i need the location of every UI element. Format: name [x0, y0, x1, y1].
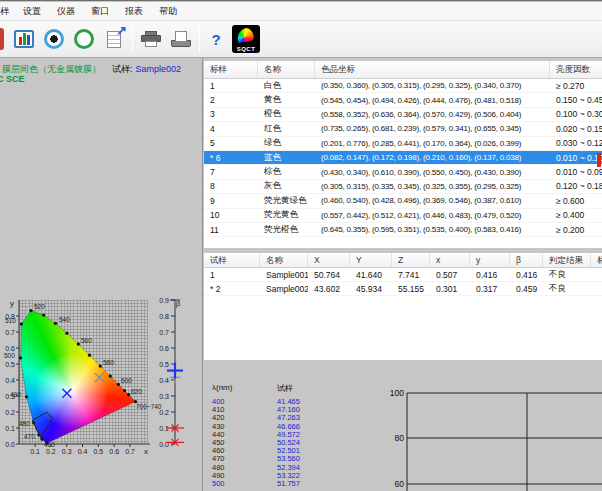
cell: (0.430, 0.340), (0.610, 0.390), (0.550, … [315, 168, 550, 177]
column-header-1[interactable]: 名称 [260, 253, 308, 267]
standards-row-2[interactable]: 2黄色(0.545, 0.454), (0.494, 0.426), (0.44… [204, 93, 602, 107]
selected-row-edge-indicator [597, 153, 601, 167]
print-button[interactable] [138, 25, 164, 53]
cell: ≥ 0.600 [550, 196, 602, 206]
standards-row-6[interactable]: * 6蓝色(0.082, 0.147), (0.172, 0.198), (0.… [204, 151, 602, 165]
svg-text:0.7: 0.7 [159, 329, 169, 336]
cell: * 6 [204, 153, 258, 163]
cell: (0.350, 0.360), (0.305, 0.315), (0.295, … [315, 81, 550, 90]
column-header-1[interactable]: 名称 [258, 61, 315, 78]
cell: (0.460, 0.540), (0.428, 0.496), (0.369, … [315, 196, 550, 205]
svg-text:0.2: 0.2 [46, 448, 56, 455]
svg-text:0.7: 0.7 [125, 448, 135, 455]
svg-text:60: 60 [395, 479, 405, 489]
cell: 绿色 [258, 137, 315, 149]
cell: ≥ 0.400 [550, 210, 602, 220]
svg-text:0.6: 0.6 [5, 345, 15, 352]
application-window: 样设置仪器窗口报表帮助 ↗ ? SQC [0, 0, 602, 491]
cell: * 2 [204, 284, 260, 294]
cell: ≥ 0.200 [550, 225, 602, 235]
menu-item-window[interactable]: 窗口 [83, 3, 117, 20]
report-button[interactable]: ↗ [101, 25, 127, 53]
toolbar-separator [132, 26, 133, 52]
svg-text:0.8: 0.8 [159, 313, 169, 320]
svg-text:490: 490 [10, 391, 21, 398]
standard-measure-button[interactable] [41, 25, 67, 53]
standards-row-7[interactable]: 7棕色(0.430, 0.340), (0.610, 0.390), (0.55… [204, 165, 602, 179]
cell: (0.201, 0.776), (0.285, 0.441), (0.170, … [315, 139, 550, 148]
cell: 5 [204, 138, 258, 148]
column-header-8[interactable]: 判定结果 [543, 253, 591, 267]
cell: 白色 [258, 80, 315, 92]
cell: 灰色 [258, 180, 315, 192]
cell: 0.020 ~ 0.150 [550, 124, 602, 134]
column-header-7[interactable]: β [510, 253, 543, 267]
menu-item-settings[interactable]: 设置 [15, 3, 49, 20]
standards-row-10[interactable]: 10荧光黄色(0.557, 0.442), (0.512, 0.421), (0… [204, 209, 602, 223]
column-header-5[interactable]: x [430, 253, 470, 267]
svg-text:0.4: 0.4 [78, 448, 88, 455]
printer-icon [141, 31, 161, 48]
help-button[interactable]: ? [205, 25, 227, 53]
cell: 0.010 ~ 0.090 [550, 167, 602, 177]
measurement-info: 膜层间色（无金属镀膜）试样:Sample002 [2, 63, 181, 76]
standards-row-9[interactable]: 9荧光黄绿色(0.460, 0.540), (0.428, 0.496), (0… [204, 194, 602, 208]
samples-row-2[interactable]: * 2Sample00243.60245.93455.1550.3010.317… [204, 282, 602, 296]
column-header-0[interactable]: 标样 [204, 61, 258, 78]
target-circle-icon [44, 29, 64, 49]
cell: 9 [204, 196, 258, 206]
cell: 43.602 [308, 284, 350, 294]
samples-table-header: 试样名称XYZxyβ判定结果标样 [204, 253, 602, 268]
svg-text:0.0: 0.0 [159, 441, 169, 448]
svg-text:510: 510 [5, 317, 16, 324]
sample-measure-button[interactable] [71, 25, 97, 53]
standards-row-3[interactable]: 3橙色(0.558, 0.352), (0.636, 0.364), (0.57… [204, 108, 602, 122]
sqct-logo-button[interactable]: SQCT [231, 24, 261, 54]
svg-text:β: β [176, 299, 181, 308]
cell: 11 [204, 225, 258, 235]
cell: 45.934 [350, 284, 392, 294]
cell: 7 [204, 167, 258, 177]
standards-row-1[interactable]: 1白色(0.350, 0.360), (0.305, 0.315), (0.29… [204, 79, 602, 93]
standards-row-8[interactable]: 8灰色(0.305, 0.315), (0.335, 0.345), (0.32… [204, 180, 602, 194]
menu-item-clipped[interactable]: 样 [0, 3, 15, 20]
column-header-0[interactable]: 试样 [204, 253, 260, 267]
svg-text:0.5: 0.5 [159, 361, 169, 368]
report-document-icon: ↗ [107, 31, 121, 48]
column-header-2[interactable]: 色品坐标 [315, 61, 550, 78]
standards-table: 标样名称色品坐标亮度因数1白色(0.350, 0.360), (0.305, 0… [204, 61, 602, 248]
cell: (0.645, 0.355), (0.595, 0.351), (0.535, … [315, 225, 550, 234]
column-header-3[interactable]: Y [350, 253, 392, 267]
menu-item-instrument[interactable]: 仪器 [49, 3, 83, 20]
chart-view-button[interactable] [11, 25, 37, 53]
column-header-9[interactable]: 标样 [591, 253, 602, 267]
cell: (0.557, 0.442), (0.512, 0.421), (0.446, … [315, 211, 550, 220]
cell: 荧光橙色 [258, 224, 315, 236]
samples-row-1[interactable]: 1Sample00150.76441.6407.7410.5070.4160.4… [204, 268, 602, 282]
print-out-button[interactable] [168, 25, 194, 53]
svg-text:0.6: 0.6 [109, 448, 119, 455]
cell: 3 [204, 109, 258, 119]
svg-text:0.3: 0.3 [62, 448, 72, 455]
menu-item-help[interactable]: 帮助 [151, 3, 185, 20]
cell: (0.545, 0.454), (0.494, 0.426), (0.444, … [315, 96, 550, 105]
spectral-sample-header: 试样 [277, 383, 293, 394]
standards-row-5[interactable]: 5绿色(0.201, 0.776), (0.285, 0.441), (0.17… [204, 137, 602, 151]
menu-bar: 样设置仪器窗口报表帮助 [0, 2, 602, 21]
clipped-toolbar-icon[interactable] [0, 28, 4, 50]
column-header-4[interactable]: Z [392, 253, 430, 267]
svg-text:520: 520 [34, 303, 45, 310]
standards-row-4[interactable]: 4红色(0.735, 0.265), (0.681, 0.239), (0.57… [204, 122, 602, 136]
sample-name: Sample002 [136, 64, 182, 74]
svg-text:0.7: 0.7 [5, 329, 15, 336]
column-header-6[interactable]: y [470, 253, 510, 267]
svg-text:0.6: 0.6 [159, 345, 169, 352]
svg-text:0.3: 0.3 [159, 393, 169, 400]
standards-row-11[interactable]: 11荧光橙色(0.645, 0.355), (0.595, 0.351), (0… [204, 223, 602, 237]
wavelength-header: λ(nm) [212, 383, 232, 392]
cell: (0.305, 0.315), (0.335, 0.345), (0.325, … [315, 182, 550, 191]
column-header-3[interactable]: 亮度因数 [550, 61, 602, 78]
menu-item-report[interactable]: 报表 [117, 3, 151, 20]
column-header-2[interactable]: X [308, 253, 350, 267]
svg-text:0.0: 0.0 [5, 441, 15, 448]
